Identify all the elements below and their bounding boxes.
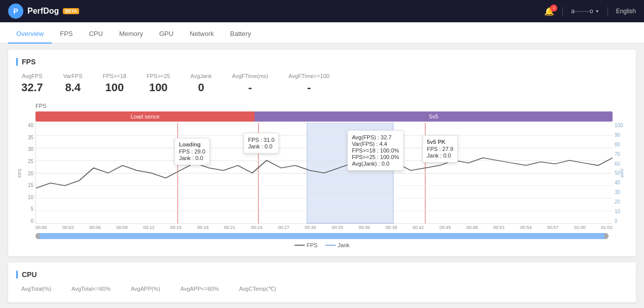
- fps-chart-label: FPS: [35, 102, 628, 109]
- nav-item-gpu[interactable]: GPU: [151, 25, 182, 44]
- stat-avgfps: AvgFPS 32.7: [21, 73, 43, 94]
- chart-legend: FPS Jank: [16, 242, 628, 248]
- stat-avgjank: AvgJank 0: [191, 73, 212, 94]
- x-axis: 00:00 00:03 00:06 00:09 00:12 00:15 00:1…: [35, 224, 613, 230]
- stat-avgftime100: AvgFTime>=100 -: [289, 73, 330, 94]
- nav-item-battery[interactable]: Battery: [222, 25, 259, 44]
- header-left: P PerfDog BETA: [8, 4, 79, 19]
- fps-y-label-wrapper: FPS: [17, 123, 22, 224]
- stat-fps18: FPS>=18 100: [103, 73, 126, 94]
- stat-avgftime: AvgFTime(ms) -: [232, 73, 269, 94]
- jank-label: Jank: [620, 168, 625, 178]
- stat-avgctemp: AvgCTemp(℃): [239, 286, 276, 294]
- content: FPS AvgFPS 32.7 VarFPS 8.4 FPS>=18 100 F…: [0, 44, 644, 308]
- legend-jank-line: [326, 245, 336, 246]
- language-selector[interactable]: English: [616, 8, 636, 15]
- user-name: a·········o: [571, 8, 593, 15]
- scrollbar-thumb[interactable]: [35, 233, 609, 239]
- stat-varfps: VarFPS 8.4: [63, 73, 83, 94]
- app-name: PerfDog: [27, 7, 59, 16]
- app-logo: P: [8, 4, 23, 19]
- stat-avgtotal: AvgTotal(%): [21, 286, 51, 294]
- legend-fps-line: [295, 245, 305, 246]
- header: P PerfDog BETA 🔔 1 a·········o ▼ English: [0, 0, 644, 22]
- header-right: 🔔 1 a·········o ▼ English: [544, 7, 636, 16]
- fps-chart-area[interactable]: Loading FPS : 29.0 Jank : 0.0 FPS : 31.0…: [35, 123, 613, 224]
- stat-avgtotal60: AvgTotal<=60%: [71, 286, 111, 294]
- cpu-title: CPU: [16, 271, 628, 279]
- stat-fps25: FPS>=25 100: [147, 73, 170, 94]
- cpu-card: CPU AvgTotal(%) AvgTotal<=60% AvgAPP(%) …: [8, 262, 636, 302]
- cpu-stats-row: AvgTotal(%) AvgTotal<=60% AvgAPP(%) AvgA…: [16, 286, 628, 294]
- header-divider2: [607, 7, 608, 15]
- nav-item-cpu[interactable]: CPU: [81, 25, 111, 44]
- fps-card: FPS AvgFPS 32.7 VarFPS 8.4 FPS>=18 100 F…: [8, 50, 636, 256]
- header-divider: [562, 7, 563, 15]
- chevron-down-icon: ▼: [595, 9, 599, 14]
- fps-label: FPS: [17, 169, 22, 178]
- segment-5v5: 5v5: [255, 111, 613, 122]
- tooltip-5v5pk: 5v5 PK FPS : 27.9 Jank : 0.0: [422, 135, 458, 163]
- beta-badge: BETA: [63, 8, 79, 14]
- fps-title: FPS: [16, 58, 628, 66]
- fps-chart-wrapper: 40 35 30 25 20 15 10 5 0: [16, 123, 628, 224]
- stat-avgapp: AvgAPP(%): [131, 286, 160, 294]
- fps-chart-container[interactable]: 40 35 30 25 20 15 10 5 0: [16, 123, 628, 224]
- stat-avgapp60: AvgAPP<=60%: [181, 286, 219, 294]
- fps-line-chart: [36, 123, 613, 223]
- nav-item-network[interactable]: Network: [182, 25, 222, 44]
- notification-bell[interactable]: 🔔 1: [544, 7, 554, 16]
- segment-load: Load sence: [35, 111, 255, 122]
- tooltip-5v5-stats: Avg(FPS) : 32.7 Var(FPS) : 4.4 FPS>=18 :…: [347, 130, 404, 171]
- nav-item-fps[interactable]: FPS: [52, 25, 81, 44]
- scroll-handle-right[interactable]: [604, 233, 609, 239]
- fps-stats-row: AvgFPS 32.7 VarFPS 8.4 FPS>=18 100 FPS>=…: [16, 73, 628, 94]
- nav-item-overview[interactable]: Overview: [8, 25, 52, 44]
- tooltip-loading: Loading FPS : 29.0 Jank : 0.0: [174, 138, 210, 165]
- navigation: Overview FPS CPU Memory GPU Network Batt…: [0, 22, 644, 44]
- scroll-handle-left[interactable]: [35, 233, 40, 239]
- jank-y-label-wrapper: Jank: [620, 123, 625, 224]
- user-menu[interactable]: a·········o ▼: [571, 8, 599, 15]
- notification-count: 1: [550, 5, 557, 12]
- title-bar: [16, 58, 18, 66]
- logo-letter: P: [13, 7, 18, 15]
- legend-jank: Jank: [326, 242, 349, 248]
- segment-bar: Load sence 5v5: [35, 111, 613, 122]
- cpu-title-bar: [16, 271, 18, 279]
- chart-scrollbar[interactable]: [35, 233, 609, 239]
- legend-fps: FPS: [295, 242, 317, 248]
- tooltip-fps: FPS : 31.0 Jank : 0.0: [243, 133, 279, 153]
- nav-item-memory[interactable]: Memory: [111, 25, 151, 44]
